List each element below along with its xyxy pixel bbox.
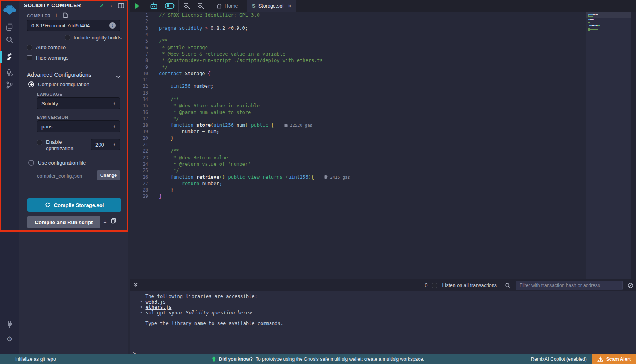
ai-copilot-button[interactable]: [146, 0, 161, 12]
zoom-in-button[interactable]: [194, 0, 207, 12]
editor-toolbar: Home S Storage.sol ×: [130, 0, 636, 12]
zoom-out-button[interactable]: [180, 0, 194, 12]
sidebar-item-file-explorer[interactable]: [0, 20, 19, 34]
optimization-runs-input[interactable]: 200 ▲▼: [91, 139, 120, 150]
use-configuration-file-label: Use configuration file: [38, 160, 86, 166]
git-branch-icon: [6, 81, 14, 89]
info-icon[interactable]: i: [103, 218, 107, 224]
code-text: contract Storage {: [159, 71, 211, 76]
terminal-line: • sol-gpt <your Solidity question here>: [130, 310, 636, 316]
sidebar-item-solidity-compiler[interactable]: [0, 50, 19, 63]
hide-warnings-checkbox[interactable]: [27, 55, 32, 60]
terminal-output[interactable]: The following libraries are accessible:•…: [130, 291, 636, 354]
line-number: 23: [130, 155, 148, 161]
auto-compile-label: Auto compile: [36, 45, 66, 50]
copy-icon[interactable]: [111, 218, 116, 225]
zoom-in-icon: [197, 2, 204, 10]
line-number: 13: [130, 90, 148, 96]
add-compiler-icon[interactable]: +: [54, 12, 58, 18]
code-text: * @title Storage: [159, 45, 208, 50]
compiler-version-select[interactable]: 0.8.19+commit.7dd6d404 ▲▼: [27, 20, 120, 31]
code-text: }: [159, 136, 173, 141]
chevron-down-icon[interactable]: [116, 73, 121, 80]
terminal-line: The following libraries are accessible:: [130, 294, 636, 300]
sidebar-item-deploy-run[interactable]: [0, 66, 19, 79]
collapse-terminal-button[interactable]: [133, 282, 138, 289]
compile-and-run-button[interactable]: Compile and Run script: [27, 216, 100, 228]
line-number: 16: [130, 110, 148, 115]
use-configuration-file-radio[interactable]: [28, 160, 34, 166]
line-number: 10: [130, 71, 148, 76]
line-number: 2: [130, 19, 148, 24]
listen-transactions-checkbox[interactable]: [432, 283, 437, 288]
deploy-run-icon: [5, 68, 14, 77]
terminal: 0 Listen on all transactions The followi…: [130, 279, 636, 354]
code-lines: 1// SPDX-License-Identifier: GPL-3.023pr…: [130, 12, 350, 200]
sidebar-item-git[interactable]: [0, 78, 19, 92]
config-filename: compiler_config.json: [37, 173, 82, 179]
panel-divider: [19, 192, 128, 192]
copilot-status[interactable]: RemixAI Copilot (enabled): [531, 356, 587, 362]
code-line: 25 */: [130, 167, 350, 174]
compile-success-check-icon: ✓: [99, 2, 104, 9]
editor-scrollbar-track[interactable]: [631, 12, 636, 279]
minimap-content: [588, 13, 606, 34]
change-config-button[interactable]: Change: [97, 170, 120, 180]
run-script-button[interactable]: [130, 0, 144, 12]
line-number: 27: [130, 181, 148, 186]
transaction-filter-input[interactable]: [516, 281, 623, 290]
gas-pump-icon: [324, 175, 328, 179]
active-plugin-indicator: [0, 51, 2, 63]
sidebar-item-search[interactable]: [0, 33, 19, 46]
use-configuration-file-row: Use configuration file: [28, 160, 86, 166]
sidebar-item-settings[interactable]: ⚙: [0, 332, 19, 346]
chevron-right-icon[interactable]: ›: [110, 2, 112, 9]
code-line: 19 number = num;: [130, 128, 350, 135]
code-text: }: [159, 194, 162, 199]
minimap[interactable]: [586, 12, 631, 279]
code-line: 5/**: [130, 38, 350, 44]
terminal-line: Type the library name to see available c…: [130, 321, 636, 327]
open-file-icon[interactable]: [62, 12, 68, 20]
auto-compile-checkbox[interactable]: [27, 45, 32, 50]
compiler-configuration-row: Compiler configuration: [28, 81, 89, 87]
git-init-button[interactable]: Initialize as git repo: [15, 356, 56, 362]
code-text: /**: [159, 38, 168, 44]
tab-home[interactable]: Home: [211, 0, 242, 12]
code-line: 29}: [130, 193, 350, 199]
advanced-configurations-header[interactable]: Advanced Configurations: [27, 72, 91, 78]
code-text: * @param num value to store: [159, 110, 251, 115]
evm-version-label: EVM VERSION: [37, 115, 68, 120]
clear-console-icon[interactable]: [628, 283, 634, 288]
code-line: 24 * @return value of 'number': [130, 161, 350, 167]
tab-home-label: Home: [225, 3, 238, 9]
hide-warnings-label: Hide warnings: [36, 55, 68, 61]
code-line: 11: [130, 77, 350, 83]
split-view-icon[interactable]: [118, 3, 124, 10]
scam-alert-badge[interactable]: Scam Alert: [592, 354, 636, 364]
line-number: 28: [130, 187, 148, 193]
code-line: 27 return number;: [130, 180, 350, 187]
line-number: 7: [130, 51, 148, 57]
did-you-know-tip: Did you know? To prototype using the Gno…: [212, 356, 425, 362]
enable-optimization-checkbox[interactable]: [37, 140, 42, 145]
advanced-configurations-label: Advanced Configurations: [27, 72, 91, 78]
line-number: 26: [130, 174, 148, 180]
nightly-builds-label: Include nightly builds: [74, 35, 122, 41]
remix-logo[interactable]: [0, 2, 19, 17]
compile-button[interactable]: Compile Storage.sol: [27, 198, 121, 212]
code-editor[interactable]: 1// SPDX-License-Identifier: GPL-3.023pr…: [130, 12, 636, 279]
line-number: 29: [130, 194, 148, 199]
code-line: 10contract Storage {: [130, 70, 350, 77]
copilot-toggle[interactable]: [161, 0, 178, 12]
nightly-builds-checkbox[interactable]: [65, 35, 70, 40]
optimization-runs-value: 200: [95, 142, 104, 148]
code-text: return number;: [159, 181, 222, 186]
double-chevron-down-icon: [133, 282, 138, 287]
close-tab-icon[interactable]: ×: [288, 3, 291, 9]
tab-storage-sol[interactable]: S Storage.sol ×: [247, 0, 296, 12]
evm-version-select[interactable]: paris ▲▼: [37, 120, 120, 132]
language-select[interactable]: Solidity ▲▼: [37, 97, 120, 109]
compiler-configuration-radio[interactable]: [28, 81, 34, 87]
sidebar-item-plugin-manager[interactable]: [0, 318, 19, 331]
